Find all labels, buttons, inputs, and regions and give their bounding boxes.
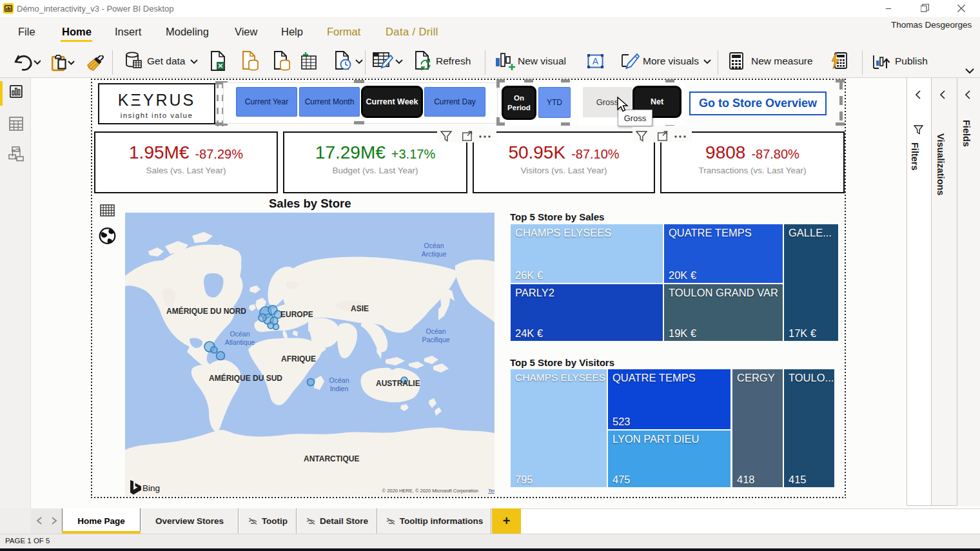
svg-text:© 2020 HERE, © 2020 Microsoft: © 2020 HERE, © 2020 Microsoft Corporatio… [382, 488, 478, 494]
svg-text:Océan: Océan [329, 376, 349, 384]
svg-text:Terms: Terms [488, 488, 495, 494]
svg-text:EUROPE: EUROPE [280, 310, 313, 319]
svg-text:AUSTRALIE: AUSTRALIE [376, 379, 420, 388]
svg-text:Océan: Océan [424, 242, 444, 249]
svg-text:Bing: Bing [142, 483, 160, 493]
svg-text:ANTARCTIQUE: ANTARCTIQUE [304, 454, 359, 463]
svg-text:Pacifique: Pacifique [422, 336, 449, 343]
svg-text:Océan: Océan [426, 327, 446, 335]
svg-text:Océan: Océan [230, 330, 250, 338]
svg-text:Arctique: Arctique [422, 250, 447, 258]
svg-text:A: A [593, 56, 599, 66]
svg-text:Atlantique: Atlantique [225, 338, 255, 346]
svg-text:AMÉRIQUE DU NORD: AMÉRIQUE DU NORD [166, 306, 246, 316]
svg-text:Indien: Indien [330, 385, 349, 392]
svg-text:AFRIQUE: AFRIQUE [281, 354, 316, 363]
svg-text:AMÉRIQUE DU SUD: AMÉRIQUE DU SUD [209, 373, 282, 383]
svg-text:ASIE: ASIE [351, 304, 369, 313]
